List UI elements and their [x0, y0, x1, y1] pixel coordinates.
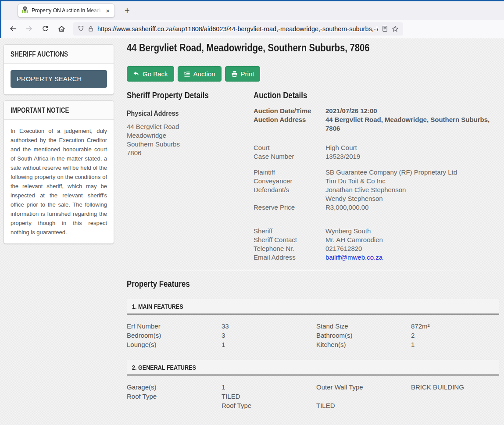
detail-value: Jonathan Clive StephensonWendy Stephenso… [325, 186, 499, 203]
feature-section-title: 2. GENERAL FEATURES [132, 364, 196, 371]
feature-cell [411, 401, 499, 410]
home-icon [58, 25, 65, 32]
feature-section-header: 1. MAIN FEATURES [127, 299, 499, 314]
sheriff-auctions-title: SHERIFF AUCTIONS [11, 50, 68, 58]
detail-label: Sheriff Contact [254, 236, 325, 244]
sheriff-property-details: Sheriff Property Details Physical Addres… [127, 90, 254, 262]
reload-icon [42, 25, 49, 32]
detail-label: Defendant/s [254, 186, 325, 203]
page-content: SHERIFF AUCTIONS PROPERTY SEARCH IMPORTA… [0, 38, 504, 425]
feature-cell: 1 [222, 382, 316, 392]
home-button[interactable] [54, 22, 68, 36]
feature-row: Erf Number33Stand Size872m² [127, 321, 499, 331]
feature-cell: Stand Size [316, 321, 411, 331]
url-bar[interactable]: https://www.sasheriff.co.za/aup11808/aid… [73, 22, 403, 36]
feature-cell: Bedroom(s) [127, 331, 222, 340]
back-button[interactable] [6, 22, 20, 36]
forward-button[interactable] [22, 22, 36, 36]
browser-tab[interactable]: Property ON Auction in Meado × [18, 4, 115, 18]
feature-cell: TILED [316, 401, 411, 410]
feature-cell: Bathroom(s) [316, 331, 411, 340]
tracking-shield-icon[interactable] [78, 25, 84, 32]
feature-cell: 872m² [411, 321, 499, 331]
detail-value: 13523/2019 [325, 152, 499, 161]
nav-bar: https://www.sasheriff.co.za/aup11808/aid… [1, 20, 504, 38]
auction-details-group: CourtHigh CourtCase Number13523/2019 [254, 143, 499, 161]
page-title: 44 Bergvliet Road, Meadowridge, Southern… [127, 42, 499, 54]
address-line: 44 Bergvliet Road [127, 122, 254, 131]
detail-label: Email Address [254, 253, 325, 262]
detail-row: PlaintiffSB Guarantee Company (RF) Propr… [254, 168, 499, 177]
padlock-icon[interactable] [88, 25, 94, 32]
feature-section-header: 2. GENERAL FEATURES [127, 360, 499, 375]
detail-row: Auction Address44 Bergvliet Road, Meadow… [254, 115, 499, 133]
tab-close-icon[interactable]: × [104, 7, 111, 14]
feature-row: Lounge(s)1Kitchen(s)1 [127, 340, 499, 349]
forward-arrow-icon [25, 25, 33, 32]
go-back-button[interactable]: Go Back [127, 66, 174, 82]
feature-cell: BRICK BUILDING [411, 382, 499, 392]
details-section: Sheriff Property Details Physical Addres… [127, 90, 499, 262]
property-features-heading: Property Features [127, 279, 499, 289]
auction-details-group: SheriffWynberg SouthSheriff ContactMr. A… [254, 227, 499, 262]
detail-value: SB Guarantee Company (RF) Proprietary Lt… [325, 168, 499, 177]
detail-row: Case Number13523/2019 [254, 152, 499, 161]
detail-label: Court [254, 143, 325, 152]
feature-row: Roof TypeTILED [127, 392, 499, 401]
physical-address-lines: 44 Bergvliet RoadMeadowridgeSouthern Sub… [127, 122, 254, 157]
detail-value: High Court [325, 143, 499, 152]
url-text[interactable]: https://www.sasheriff.co.za/aup11808/aid… [97, 25, 378, 32]
detail-value: Tim Du Toit & Co Inc [325, 177, 499, 186]
detail-row: Auction Date/Time2021/07/26 12:00 [254, 107, 499, 115]
detail-row: ConveyancerTim Du Toit & Co Inc [254, 177, 499, 186]
feature-section-title: 1. MAIN FEATURES [132, 303, 183, 310]
feature-cell [127, 401, 222, 410]
tab-bar: Property ON Auction in Meado × + [1, 1, 504, 20]
feature-cell: Kitchen(s) [316, 340, 411, 349]
detail-label: Case Number [254, 152, 325, 161]
important-notice-card: IMPORTANT NOTICE In Execution of a judge… [4, 100, 114, 244]
browser-window: Property ON Auction in Meado × + [0, 0, 504, 425]
feature-cell: Roof Type [222, 401, 316, 410]
tab-title: Property ON Auction in Meado [32, 7, 101, 14]
sidebar: SHERIFF AUCTIONS PROPERTY SEARCH IMPORTA… [4, 44, 114, 425]
feature-cell: Roof Type [127, 392, 222, 401]
bookmark-star-icon[interactable] [392, 25, 399, 32]
detail-label: Auction Address [254, 115, 325, 133]
section-divider [127, 270, 499, 270]
auction-details-groups: Auction Date/Time2021/07/26 12:00Auction… [254, 107, 499, 262]
detail-value: R3,000,000.00 [325, 203, 499, 212]
detail-value: 2021/07/26 12:00 [325, 107, 499, 115]
address-line: Southern Suburbs [127, 140, 254, 149]
feature-cell: Erf Number [127, 321, 222, 331]
detail-value: 0217612820 [325, 244, 499, 253]
feature-cell: Outer Wall Type [316, 382, 411, 392]
property-details-heading: Sheriff Property Details [127, 90, 254, 100]
detail-label: Conveyancer [254, 177, 325, 186]
property-search-button[interactable]: PROPERTY SEARCH [11, 70, 107, 88]
auction-button[interactable]: Auction [178, 66, 222, 82]
feature-cell: 3 [222, 331, 316, 340]
feature-table: Garage(s)1Outer Wall TypeBRICK BUILDINGR… [127, 382, 499, 410]
toolbar: Go Back Auction [127, 66, 499, 82]
feature-cell: TILED [222, 392, 316, 401]
auction-details: Auction Details Auction Date/Time2021/07… [254, 90, 499, 262]
main-content: 44 Bergvliet Road, Meadowridge, Southern… [114, 38, 504, 425]
detail-label: Auction Date/Time [254, 107, 325, 115]
reader-view-icon[interactable] [382, 25, 388, 32]
feature-row: Garage(s)1Outer Wall TypeBRICK BUILDING [127, 382, 499, 392]
feature-cell: Lounge(s) [127, 340, 222, 349]
printer-icon [231, 71, 238, 77]
new-tab-button[interactable]: + [121, 5, 133, 17]
feature-row: Bedroom(s)3Bathroom(s)2 [127, 331, 499, 340]
detail-row: SheriffWynberg South [254, 227, 499, 236]
auction-label: Auction [193, 70, 215, 78]
feature-cell [316, 392, 411, 401]
email-link[interactable]: bailiff@mweb.co.za [325, 253, 499, 262]
important-notice-header: IMPORTANT NOTICE [4, 101, 114, 120]
print-button[interactable]: Print [225, 66, 261, 82]
list-icon [184, 71, 190, 77]
detail-row: Sheriff ContactMr. AH Camroodien [254, 236, 499, 244]
reload-button[interactable] [38, 22, 52, 36]
detail-label: Reserve Price [254, 203, 325, 212]
